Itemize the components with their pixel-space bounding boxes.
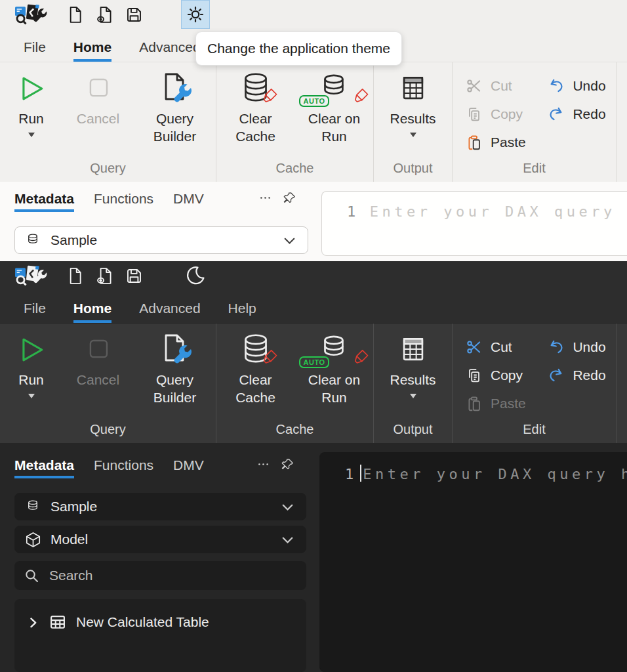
tab-help[interactable]: Help [228, 301, 256, 323]
theme-tooltip: Change the application theme [195, 32, 402, 66]
results-button[interactable]: Results [378, 68, 449, 161]
pin-icon[interactable] [283, 191, 296, 205]
tab-file[interactable]: File [24, 301, 46, 323]
copy-icon [466, 367, 483, 384]
open-file-icon [95, 266, 114, 285]
metadata-search[interactable] [14, 561, 306, 590]
app-logo-icon [4, 265, 58, 286]
dark-theme-window: File Home Advanced Help Run Cancel Query… [0, 261, 627, 672]
ribbon-tab-bar: File Home Advanced Help [0, 290, 627, 323]
open-file-button[interactable] [94, 4, 115, 25]
redo-icon [548, 367, 565, 384]
clear-on-run-button[interactable]: AUTO Clear on Run [298, 329, 371, 422]
cut-button: Cut [466, 72, 545, 100]
copy-label: Copy [491, 106, 523, 122]
results-label: Results [390, 110, 435, 127]
database-icon [24, 232, 42, 249]
clear-on-run-icon: AUTO [303, 329, 366, 371]
run-dropdown-caret[interactable] [28, 394, 35, 398]
run-button[interactable]: Run [3, 329, 60, 422]
new-file-button[interactable] [64, 265, 85, 286]
overflow-ellipsis-icon[interactable] [256, 457, 270, 471]
tab-file[interactable]: File [24, 39, 46, 62]
redo-button[interactable]: Redo [548, 100, 616, 128]
save-file-button[interactable] [123, 265, 144, 286]
theme-toggle-button[interactable] [181, 261, 210, 290]
query-builder-button[interactable]: Query Builder [136, 68, 214, 161]
tab-functions[interactable]: Functions [94, 457, 153, 478]
group-label-query: Query [0, 422, 216, 443]
copy-icon [466, 106, 483, 123]
query-builder-label: Query Builder [136, 371, 214, 406]
dax-query-editor[interactable]: 1Enter your DAX query here [319, 452, 627, 672]
eraser-icon [258, 86, 280, 108]
results-dropdown-caret[interactable] [410, 133, 416, 137]
results-dropdown-caret[interactable] [410, 394, 416, 398]
tab-dmv[interactable]: DMV [173, 457, 204, 478]
clear-on-run-label: Clear on Run [298, 371, 371, 406]
tab-metadata[interactable]: Metadata [14, 457, 74, 478]
cut-button[interactable]: Cut [466, 333, 545, 361]
undo-button[interactable]: Undo [548, 333, 616, 361]
undo-label: Undo [573, 339, 605, 355]
clear-cache-icon [237, 329, 275, 371]
search-input[interactable] [48, 567, 297, 584]
group-label-cache: Cache [216, 422, 373, 443]
clear-cache-button[interactable]: Clear Cache [220, 68, 292, 161]
tab-advanced[interactable]: Advanced [139, 301, 200, 323]
tab-dmv[interactable]: DMV [173, 191, 204, 212]
clear-cache-button[interactable]: Clear Cache [220, 329, 292, 422]
connection-name: Sample [51, 232, 97, 248]
results-label: Results [390, 371, 435, 388]
clear-on-run-button[interactable]: AUTO Clear on Run [298, 68, 371, 161]
light-theme-window: File Home Advanced Help Change the appli… [0, 0, 627, 261]
metadata-tree: New Calculated Table [14, 599, 306, 672]
save-file-button[interactable] [123, 4, 144, 25]
auto-badge: AUTO [299, 95, 330, 107]
tab-functions[interactable]: Functions [94, 191, 153, 212]
query-builder-button[interactable]: Query Builder [136, 329, 214, 422]
auto-badge: AUTO [299, 356, 330, 368]
new-file-button[interactable] [64, 4, 85, 25]
tree-item-new-calculated-table[interactable]: New Calculated Table [14, 608, 306, 636]
run-dropdown-caret[interactable] [28, 133, 35, 137]
eraser-icon [349, 347, 371, 369]
text-cursor [360, 465, 362, 482]
expand-chevron-icon[interactable] [26, 616, 39, 629]
run-button[interactable]: Run [3, 68, 60, 161]
undo-label: Undo [573, 78, 605, 94]
theme-toggle-button[interactable] [181, 0, 210, 29]
results-button[interactable]: Results [378, 329, 449, 422]
overflow-ellipsis-icon[interactable] [258, 191, 272, 205]
model-selector[interactable]: Model [14, 526, 306, 553]
copy-button: Copy [466, 100, 545, 128]
connection-selector[interactable]: Sample [14, 226, 308, 254]
tab-metadata[interactable]: Metadata [14, 191, 74, 212]
connection-selector[interactable]: Sample [14, 493, 306, 520]
clear-cache-label: Clear Cache [220, 110, 292, 145]
undo-icon [548, 77, 565, 94]
copy-button[interactable]: Copy [466, 361, 545, 389]
redo-button[interactable]: Redo [548, 361, 616, 389]
redo-label: Redo [573, 368, 605, 383]
undo-button[interactable]: Undo [548, 72, 616, 100]
cube-icon [24, 531, 42, 549]
undo-icon [548, 339, 565, 356]
dax-query-editor[interactable]: 1Enter your DAX query here [321, 191, 627, 256]
tab-home[interactable]: Home [73, 39, 111, 62]
query-builder-icon [157, 68, 193, 110]
cancel-label: Cancel [77, 371, 119, 388]
paste-clipboard-icon [466, 395, 483, 412]
new-file-icon [66, 5, 85, 24]
pin-icon[interactable] [281, 457, 294, 471]
run-play-icon [14, 329, 49, 371]
workspace: Metadata Functions DMV Sample 1Enter you… [0, 182, 627, 261]
tab-advanced[interactable]: Advanced [139, 39, 200, 62]
group-label-query: Query [0, 161, 216, 182]
editor-placeholder: Enter your DAX query here [370, 203, 627, 220]
cancel-button: Cancel [67, 68, 130, 161]
open-file-button[interactable] [94, 265, 115, 286]
tab-home[interactable]: Home [73, 301, 111, 323]
paste-button[interactable]: Paste [466, 128, 545, 156]
query-builder-icon [157, 329, 193, 371]
